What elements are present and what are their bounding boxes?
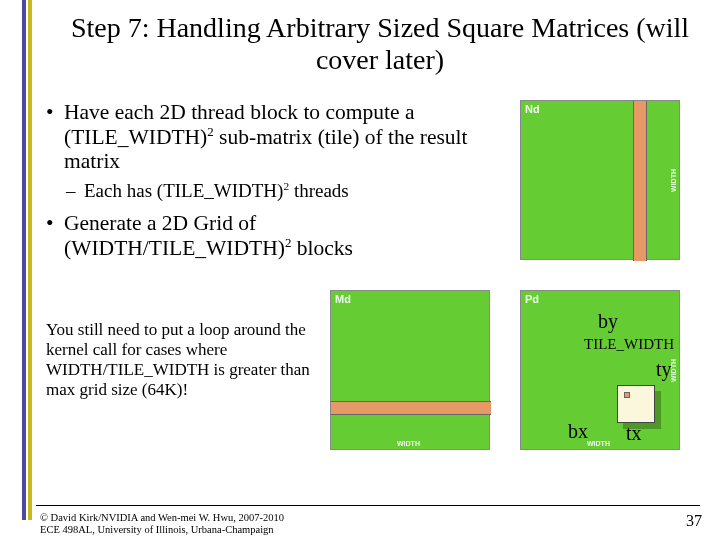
- md-row-stripe: [331, 401, 491, 415]
- copyright-line2: ECE 498AL, University of Illinois, Urban…: [40, 524, 284, 536]
- ty-label: ty: [656, 358, 672, 381]
- nd-label: Nd: [525, 103, 540, 115]
- copyright-line1: © David Kirk/NVIDIA and Wen-mei W. Hwu, …: [40, 512, 284, 524]
- sub-1-pre: Each has (TILE_WIDTH): [84, 180, 283, 201]
- by-label: by: [598, 310, 618, 333]
- tx-label: tx: [626, 422, 642, 445]
- thread-cell: [624, 392, 630, 398]
- slide-number: 37: [686, 512, 702, 530]
- copyright: © David Kirk/NVIDIA and Wen-mei W. Hwu, …: [40, 512, 284, 536]
- nd-column-stripe: [633, 101, 647, 261]
- bullet-2-pre: Generate a 2D Grid of (WIDTH/TILE_WIDTH): [64, 211, 285, 260]
- pd-width-bottom: WIDTH: [587, 440, 610, 447]
- slide-title: Step 7: Handling Arbitrary Sized Square …: [60, 12, 700, 76]
- footer-rule: [36, 505, 700, 506]
- pd-label: Pd: [525, 293, 539, 305]
- nd-width-right: WIDTH: [670, 169, 677, 192]
- bx-label: bx: [568, 420, 588, 443]
- nd-matrix: Nd WIDTH: [520, 100, 680, 260]
- tile-width-label: TILE_WIDTH: [584, 336, 674, 353]
- md-matrix: Md WIDTH: [330, 290, 490, 450]
- matrix-diagram: Nd WIDTH Md WIDTH Pd WIDTH WIDTH by TILE…: [330, 100, 710, 480]
- md-label: Md: [335, 293, 351, 305]
- md-width-bottom: WIDTH: [397, 440, 420, 447]
- left-accent-rule: [22, 0, 32, 520]
- pd-tile: [617, 385, 655, 423]
- loop-note: You still need to put a loop around the …: [46, 320, 331, 400]
